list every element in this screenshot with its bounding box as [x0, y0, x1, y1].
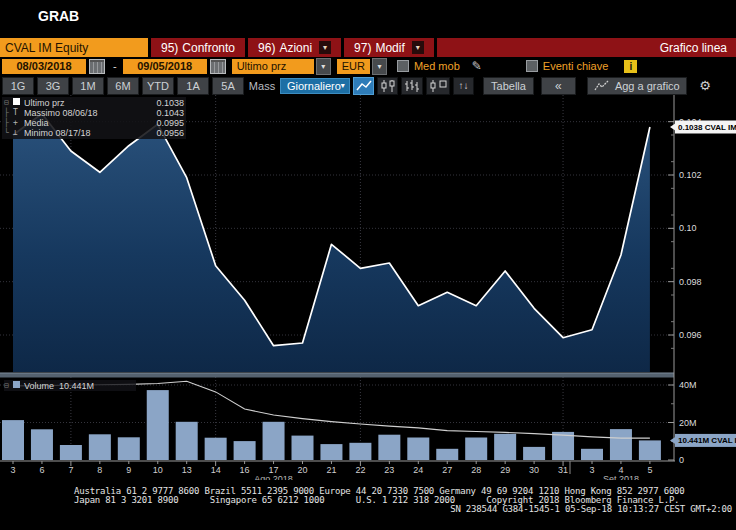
volume-bar — [31, 429, 53, 460]
y-axis-label: 0.096 — [679, 330, 702, 340]
x-axis-label: 10 — [153, 465, 163, 475]
volume-bar — [205, 438, 227, 460]
x-axis-label: 5 — [647, 465, 652, 475]
x-axis-label: 6 — [39, 465, 44, 475]
volume-bar — [407, 438, 429, 461]
price-legend[interactable]: ⊟ Ultimo prz 0.1038 ├ T Massimo 08/06/18… — [2, 97, 186, 139]
last-price-bubble: 0.1038 CVAL IM — [670, 120, 736, 133]
candle-volume-icon — [427, 79, 449, 93]
price-volume-chart: 0.1040.1020.100.0980.09640M20M0367891013… — [0, 95, 736, 480]
candlestick-icon — [379, 79, 397, 93]
x-axis-label: 7 — [68, 465, 73, 475]
chevron-down-icon: ▾ — [341, 81, 345, 90]
max-marker-icon: T — [13, 108, 24, 118]
updown-chart-type-button[interactable]: ↑↓ — [453, 77, 474, 95]
eventi-chiave-checkbox[interactable] — [526, 60, 538, 72]
x-axis-label: 14 — [211, 465, 221, 475]
chevron-down-icon[interactable]: ▾ — [319, 41, 331, 54]
month-label: Set 2018 — [603, 474, 639, 480]
price-field-select[interactable]: Ultimo prz — [232, 59, 314, 74]
line-swatch-icon — [13, 98, 24, 108]
volume-bar — [436, 449, 458, 460]
calendar-icon[interactable] — [89, 59, 105, 74]
volume-bar — [581, 449, 603, 460]
volume-bar — [320, 444, 342, 460]
currency-select[interactable]: EUR — [337, 59, 370, 74]
last-volume-bubble: 10.441M CVAL IM — [670, 434, 736, 447]
x-axis-label: 3 — [589, 465, 594, 475]
period-button-ytd[interactable]: YTD — [142, 77, 174, 95]
volume-bar — [2, 420, 24, 460]
info-icon[interactable]: i — [624, 60, 637, 73]
med-mob-checkbox[interactable] — [397, 60, 409, 72]
pane-divider[interactable] — [0, 373, 674, 378]
chevron-down-icon[interactable]: ▾ — [412, 41, 424, 54]
volume-bar — [263, 422, 285, 460]
volume-bar — [639, 440, 661, 460]
x-axis-label: 9 — [126, 465, 131, 475]
frequency-select[interactable]: Giornaliero ▾ — [280, 78, 350, 94]
add-to-chart-button[interactable]: Agg a grafico — [587, 77, 687, 95]
period-button-1a[interactable]: 1A — [177, 77, 209, 95]
legend-row-max: ├ T Massimo 08/06/18 0.1043 — [4, 108, 184, 118]
line-chart-type-button[interactable] — [353, 77, 374, 95]
legend-row-last: ⊟ Ultimo prz 0.1038 — [4, 98, 184, 108]
table-button[interactable]: Tabella — [483, 77, 534, 95]
chevron-down-icon[interactable]: ▾ — [372, 58, 387, 75]
y-axis-label: 20M — [679, 418, 697, 428]
x-axis-label: 31 — [558, 465, 568, 475]
price-area — [13, 114, 650, 372]
ticker-field[interactable]: CVAL IM Equity — [0, 38, 148, 57]
med-mob-label: Med mob — [414, 60, 460, 72]
volume-bar — [610, 429, 632, 460]
mass-button[interactable]: Mass — [247, 78, 277, 94]
date-to-field[interactable]: 09/05/2018 — [123, 59, 207, 74]
collapse-box-icon[interactable]: ⊟ — [4, 98, 13, 108]
footer-line-3: SN 238544 G384-1545-1 05-Sep-18 10:13:27… — [450, 504, 732, 514]
collapse-panel-button[interactable]: « — [541, 77, 576, 95]
volume-bar — [60, 445, 82, 460]
candle-chart-type-button[interactable] — [377, 77, 398, 95]
volume-bar — [494, 434, 516, 460]
legend-row-avg: ├ + Media 0.0995 — [4, 118, 184, 128]
page-title: GRAB — [38, 8, 79, 24]
azioni-menu-button[interactable]: 96) Azioni ▾ — [248, 38, 341, 57]
modif-menu-button[interactable]: 97) Modif ▾ — [344, 38, 434, 57]
period-button-3g[interactable]: 3G — [37, 77, 69, 95]
menu-bar: CVAL IM Equity 95) Confronto 96) Azioni … — [0, 38, 736, 57]
x-axis-label: 30 — [529, 465, 539, 475]
ohlc-chart-type-button[interactable] — [401, 77, 422, 95]
collapse-box-icon[interactable]: ⊟ — [4, 381, 13, 390]
period-button-5a[interactable]: 5A — [212, 77, 244, 95]
date-from-field[interactable]: 08/03/2018 — [2, 59, 86, 74]
period-button-6m[interactable]: 6M — [107, 77, 139, 95]
period-button-1g[interactable]: 1G — [2, 77, 34, 95]
x-axis-label: 22 — [355, 465, 365, 475]
pencil-icon[interactable]: ✎ — [472, 59, 482, 73]
x-axis-label: 8 — [97, 465, 102, 475]
x-axis-label: 24 — [413, 465, 423, 475]
avg-marker-icon: + — [13, 118, 24, 128]
eventi-chiave-label: Eventi chiave — [543, 60, 608, 72]
function-title-bar: Grafico linea — [437, 38, 736, 57]
volume-bar — [234, 441, 256, 460]
x-axis-label: 27 — [442, 465, 452, 475]
confronto-button[interactable]: 95) Confronto — [151, 38, 245, 57]
bloomberg-terminal-window: GRAB CVAL IM Equity 95) Confronto 96) Az… — [0, 0, 736, 530]
settings-gear-icon[interactable]: ⚙ — [690, 78, 720, 94]
period-button-1m[interactable]: 1M — [72, 77, 104, 95]
calendar-icon[interactable] — [210, 59, 226, 74]
y-axis-label: 0.102 — [679, 170, 702, 180]
controls-bar: 08/03/2018 - 09/05/2018 Ultimo prz ▾ EUR… — [0, 57, 736, 75]
chevron-down-icon[interactable]: ▾ — [316, 58, 331, 75]
chart-region: 0.1040.1020.100.0980.09640M20M0367891013… — [0, 95, 736, 480]
volume-bar — [465, 438, 487, 461]
candle-volume-chart-type-button[interactable] — [426, 77, 450, 95]
volume-bar — [118, 437, 140, 460]
grab-row: GRAB — [0, 0, 736, 36]
volume-legend[interactable]: ⊟ Volume 10.441M — [4, 380, 136, 391]
volume-bar — [523, 447, 545, 460]
volume-bar — [378, 435, 400, 460]
min-marker-icon: ⊥ — [13, 128, 24, 138]
x-axis-label: 23 — [384, 465, 394, 475]
